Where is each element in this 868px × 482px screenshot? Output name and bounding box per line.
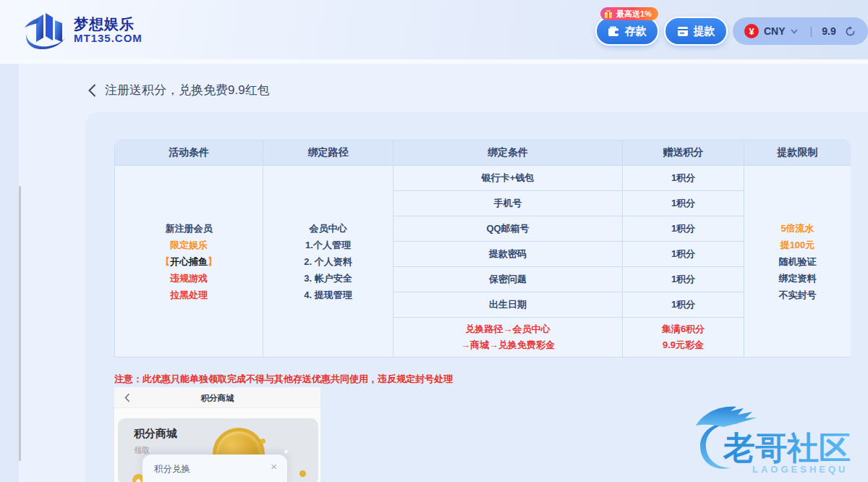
site-logo[interactable]: 梦想娱乐 MT135.COM <box>22 9 142 51</box>
withdraw-button[interactable]: 提款 <box>664 17 728 46</box>
table-row: 新注册会员 限定娱乐 【开心捕鱼】 违规游戏 拉黑处理 会员中心 1.个人管理 … <box>115 166 851 191</box>
promo-badge: 最高送1% <box>600 7 658 20</box>
deposit-button[interactable]: 存款 <box>595 17 659 46</box>
limit-line: 随机验证 <box>744 253 851 270</box>
col-header-condition: 绑定条件 <box>393 140 623 166</box>
community-watermark: 老哥社区 LAOGESHEQU <box>686 399 868 482</box>
logo-title: 梦想娱乐 <box>74 16 142 32</box>
condition-cell: 保密问题 <box>393 267 623 292</box>
logo-text: 梦想娱乐 MT135.COM <box>74 16 142 44</box>
activity-line: 限定娱乐 <box>115 237 263 253</box>
condition-cell: 手机号 <box>393 191 623 216</box>
condition-cell: 提款密码 <box>393 242 623 267</box>
gold-dot-icon <box>299 470 306 477</box>
points-mall-card-title: 积分商城 <box>134 427 177 441</box>
modal-title: 积分兑换 <box>154 463 190 475</box>
dragon-head-icon <box>696 407 757 427</box>
exchange-points-line: 集满6积分 <box>623 321 744 337</box>
modal-close-icon[interactable]: × <box>271 461 277 472</box>
watermark-subtitle: LAOGESHEQU <box>752 464 848 475</box>
header-divider <box>0 59 868 64</box>
vertical-scrollbar[interactable] <box>19 186 21 461</box>
logo-mark-icon <box>22 9 69 51</box>
points-cell: 1积分 <box>623 267 744 292</box>
promo-badge-label: 最高送1% <box>616 9 652 18</box>
col-header-limit: 提款限制 <box>744 140 851 166</box>
back-chevron-icon[interactable] <box>88 84 96 97</box>
exchange-path-cell: 兑换路径→会员中心 →商城→兑换免费彩金 <box>393 318 623 358</box>
exchange-points-line: 9.9元彩金 <box>623 337 744 353</box>
currency-selector[interactable]: ¥ CNY | 9.9 <box>733 17 868 45</box>
phone-nav-title: 积分商城 <box>114 393 320 404</box>
activity-line: 违规游戏 <box>115 270 263 287</box>
condition-cell: QQ邮箱号 <box>393 216 623 242</box>
path-line: 1.个人管理 <box>263 237 393 253</box>
page-title: 注册送积分，兑换免费9.9红包 <box>105 82 270 98</box>
activity-line: 新注册会员 <box>115 220 263 237</box>
chevron-down-icon <box>791 29 798 34</box>
activity-conditions-cell: 新注册会员 限定娱乐 【开心捕鱼】 违规游戏 拉黑处理 <box>115 166 263 358</box>
table-header-row: 活动条件 绑定路径 绑定条件 赠送积分 提款限制 <box>115 140 851 166</box>
path-line: 会员中心 <box>263 220 393 237</box>
deposit-button-label: 存款 <box>625 25 647 38</box>
limit-line: 不实封号 <box>744 287 851 303</box>
promo-table: 活动条件 绑定路径 绑定条件 赠送积分 提款限制 新注册会员 限定娱乐 【开心捕… <box>114 140 851 358</box>
deposit-wallet-icon <box>608 26 620 37</box>
path-line: 2. 个人资料 <box>263 253 393 270</box>
exchange-points-cell: 集满6积分 9.9元彩金 <box>623 318 744 358</box>
points-mall-card-subtitle: 领取 <box>134 445 150 456</box>
page-title-bar: 注册送积分，兑换免费9.9红包 <box>88 82 270 98</box>
logo-domain: MT135.COM <box>74 32 142 44</box>
watermark-title: 老哥社区 <box>723 430 851 465</box>
promo-notice: 注意：此优惠只能单独领取完成不得与其他存送优惠共同使用，违反规定封号处理 <box>114 373 453 386</box>
points-cell: 1积分 <box>623 191 744 216</box>
top-header: 梦想娱乐 MT135.COM 最高送1% 存款 提款 ¥ CNY <box>0 0 868 59</box>
points-cell: 1积分 <box>623 166 744 191</box>
currency-code: CNY <box>764 25 786 37</box>
withdraw-wallet-icon <box>677 26 689 37</box>
points-cell: 1积分 <box>623 216 744 242</box>
pill-divider: | <box>810 25 813 37</box>
gold-dot-icon <box>260 439 265 444</box>
cny-currency-icon: ¥ <box>744 24 759 38</box>
path-line: 3. 帐户安全 <box>263 270 393 287</box>
refresh-icon[interactable] <box>845 26 856 37</box>
binding-path-cell: 会员中心 1.个人管理 2. 个人资料 3. 帐户安全 4. 提现管理 <box>263 166 393 358</box>
bracket-open: 【 <box>161 256 170 267</box>
sparkle-icon: ✦ <box>283 447 289 457</box>
col-header-path: 绑定路径 <box>263 140 393 166</box>
col-header-points: 赠送积分 <box>623 140 744 166</box>
points-cell: 1积分 <box>623 292 744 318</box>
balance-value: 9.9 <box>822 25 835 37</box>
gift-icon <box>603 9 613 19</box>
activity-game-name: 开心捕鱼 <box>170 256 208 267</box>
bracket-close: 】 <box>208 256 217 267</box>
path-line: 4. 提现管理 <box>263 287 393 303</box>
points-exchange-modal: 积分兑换 × <box>142 454 287 482</box>
withdraw-button-label: 提款 <box>694 25 715 38</box>
activity-line: 【开心捕鱼】 <box>115 253 263 270</box>
limit-line: 绑定资料 <box>744 270 851 287</box>
withdraw-limit-cell: 5倍流水 提100元 随机验证 绑定资料 不实封号 <box>744 166 851 358</box>
points-mall-screenshot: 积分商城 ✦ 积分商城 领取 ◆ 积分兑换 × <box>114 387 320 482</box>
phone-nav-bar: 积分商城 <box>114 387 320 408</box>
exchange-path-line: 兑换路径→会员中心 <box>393 321 622 337</box>
activity-line: 拉黑处理 <box>115 287 263 303</box>
condition-cell: 银行卡+钱包 <box>393 166 623 191</box>
limit-line: 5倍流水 <box>744 220 851 237</box>
limit-line: 提100元 <box>744 237 851 253</box>
points-cell: 1积分 <box>623 242 744 267</box>
col-header-activity: 活动条件 <box>115 140 263 166</box>
exchange-path-line: →商城→兑换免费彩金 <box>393 337 622 353</box>
condition-cell: 出生日期 <box>393 292 623 318</box>
left-gutter <box>0 64 19 482</box>
